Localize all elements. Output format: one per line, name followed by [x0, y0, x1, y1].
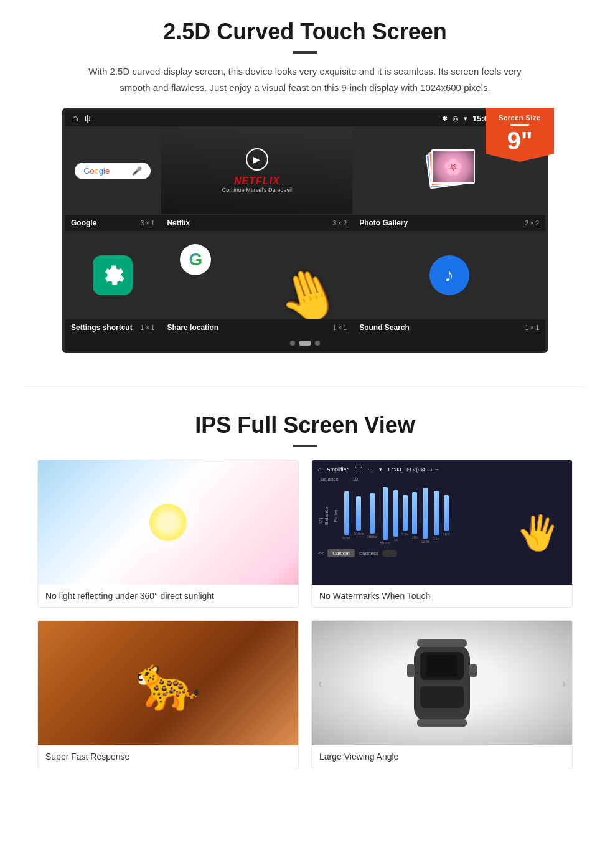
svg-rect-4	[407, 664, 415, 677]
car-top-view-svg	[405, 630, 479, 736]
section-description: With 2.5D curved-display screen, this de…	[87, 64, 523, 95]
google-search-bar[interactable]: Google 🎤	[75, 163, 151, 179]
amp-menu-icon: ⋮⋮	[353, 466, 364, 473]
photo-stack: 🌸	[425, 146, 474, 196]
sound-preview: ♪	[354, 232, 545, 319]
settings-name: Settings shortcut	[71, 323, 133, 332]
angle-arrow-left: ‹	[318, 676, 322, 691]
gallery-name: Photo Gallery	[359, 219, 408, 227]
home-icon: ⌂	[72, 113, 78, 124]
amp-dot: ···	[369, 466, 374, 473]
amp-header: ⌂ Amplifier ⋮⋮ ··· ▾ 17:33 ⊡ ◁) ⊠ ▭ →	[318, 466, 566, 473]
amp-home-icon: ⌂	[318, 466, 321, 473]
watermarks-label: No Watermarks When Touch	[312, 585, 572, 607]
amp-bar-2: 100hz	[354, 496, 364, 535]
svg-rect-7	[417, 719, 467, 727]
page-dot-1[interactable]	[290, 341, 295, 346]
amp-bars-container: Balance◁) Fader 60hz 100hz	[318, 484, 566, 547]
google-name: Google	[71, 219, 96, 227]
hand-touch-icon: 🖐	[514, 509, 563, 557]
amp-bar-1: 60hz	[342, 491, 350, 540]
wifi-icon: ▾	[464, 115, 467, 123]
screen-size-badge: Screen Size 9"	[486, 108, 554, 162]
amp-loudness-label: loudness	[359, 550, 378, 556]
photo-card-3: 🌸	[431, 149, 475, 184]
amp-bar-9: 15k	[433, 491, 439, 540]
music-note-icon: ♪	[444, 265, 454, 286]
page-title: 2.5D Curved Touch Screen	[37, 19, 573, 45]
title-divider	[293, 51, 317, 54]
pagination-dots	[65, 336, 545, 351]
sound-size: 1 × 1	[525, 324, 539, 331]
play-button[interactable]: ▶	[246, 148, 268, 171]
app-label-row-top: Google 3 × 1 Netflix 3 × 2 Photo Gallery…	[65, 215, 545, 231]
amp-bar-7: 10k	[411, 492, 418, 539]
amp-time: 17:33	[387, 466, 401, 473]
google-maps-icon: G	[180, 244, 211, 275]
app-cell-sound[interactable]: ♪	[353, 231, 545, 319]
netflix-name: Netflix	[167, 219, 190, 227]
google-preview: Google 🎤	[65, 127, 160, 214]
cheetah-emoji: 🐆	[135, 652, 201, 714]
hand-pointing-icon: 🤚	[270, 258, 348, 319]
device-screen: ⌂ ψ ✱ ◎ ▾ 15:06 ⊡ ◁) ⊠ ▭	[62, 108, 548, 353]
feature-grid: No light reflecting under 360° direct su…	[37, 460, 573, 768]
usb-icon: ψ	[85, 113, 91, 123]
netflix-content: ▶ NETFLIX Continue Marvel's Daredevil	[222, 148, 292, 193]
ips-divider	[293, 445, 317, 447]
app-label-sound: Sound Search 1 × 1	[353, 319, 545, 336]
amp-bar-3: 200hz	[367, 493, 377, 539]
photo-flower: 🌸	[433, 151, 474, 182]
app-label-settings: Settings shortcut 1 × 1	[65, 319, 161, 336]
page-dot-3[interactable]	[315, 341, 320, 346]
amp-balance-label: Balance◁)	[318, 507, 329, 525]
amp-bar-4: 500hz	[380, 487, 390, 545]
feature-speed: 🐆 Super Fast Response	[37, 620, 299, 768]
amp-back-icon: <<	[318, 550, 324, 556]
netflix-size: 3 × 2	[333, 220, 347, 227]
angle-arrow-right: ›	[561, 676, 566, 691]
app-label-row-bottom: Settings shortcut 1 × 1 Share location 1…	[65, 319, 545, 336]
amp-loudness-toggle[interactable]	[382, 550, 397, 557]
app-grid-bottom: G 🤚 ♪	[65, 231, 545, 319]
section-curved-screen: 2.5D Curved Touch Screen With 2.5D curve…	[0, 0, 610, 368]
amp-bar-8: 12.5k	[421, 488, 430, 544]
settings-preview	[65, 232, 160, 319]
netflix-preview: ▶ NETFLIX Continue Marvel's Daredevil	[161, 127, 352, 214]
amp-bar-6: 2.5k	[401, 495, 408, 536]
app-label-share: Share location 1 × 1	[161, 319, 353, 336]
section-divider	[25, 387, 585, 387]
mic-icon: 🎤	[132, 166, 142, 176]
sound-icon-circle: ♪	[429, 255, 469, 295]
ips-title: IPS Full Screen View	[37, 412, 573, 438]
app-cell-google[interactable]: Google 🎤	[65, 126, 161, 215]
app-cell-share[interactable]: G 🤚	[161, 231, 353, 319]
app-cell-netflix[interactable]: ▶ NETFLIX Continue Marvel's Daredevil	[161, 126, 353, 215]
app-label-gallery: Photo Gallery 2 × 2	[353, 215, 545, 231]
badge-size-number: 9"	[490, 128, 549, 153]
settings-size: 1 × 1	[141, 324, 155, 331]
share-preview: G 🤚	[161, 232, 352, 319]
app-grid-top: Google 🎤 ▶ NETFLIX Continue Marvel's Da	[65, 126, 545, 215]
app-label-google: Google 3 × 1	[65, 215, 161, 231]
sunlight-image	[38, 460, 298, 585]
app-cell-settings[interactable]	[65, 231, 161, 319]
gear-icon	[101, 264, 124, 286]
car-image: › ‹	[312, 621, 572, 745]
page-dot-2[interactable]	[299, 341, 311, 346]
viewing-angle-label: Large Viewing Angle	[312, 745, 572, 768]
gallery-size: 2 × 2	[525, 220, 539, 227]
share-name: Share location	[167, 323, 218, 332]
netflix-subtitle: Continue Marvel's Daredevil	[222, 187, 292, 193]
feature-sunlight: No light reflecting under 360° direct su…	[37, 460, 299, 608]
amp-icons: ⊡ ◁) ⊠ ▭ →	[406, 466, 440, 473]
amp-fader-label: Fader	[333, 509, 339, 522]
amp-custom-button[interactable]: Custom	[327, 549, 355, 557]
amp-title: Amplifier	[326, 466, 348, 473]
sunlight-label: No light reflecting under 360° direct su…	[38, 585, 298, 607]
screen-mockup-wrapper: Screen Size 9" ⌂ ψ ✱ ◎ ▾ 15:06 ⊡ ◁) ⊠ ▭	[62, 108, 548, 353]
google-size: 3 × 1	[141, 220, 155, 227]
badge-inch: "	[521, 127, 533, 154]
share-size: 1 × 1	[333, 324, 347, 331]
feature-viewing-angle: › ‹ Large Viewing Angle	[311, 620, 573, 768]
